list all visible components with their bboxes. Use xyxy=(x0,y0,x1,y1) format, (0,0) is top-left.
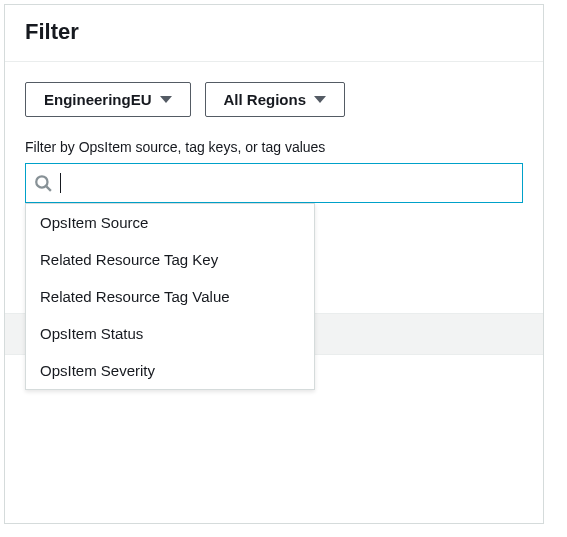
suggestion-item[interactable]: OpsItem Status xyxy=(26,315,314,352)
suggestion-item[interactable]: Related Resource Tag Value xyxy=(26,278,314,315)
filter-input-label: Filter by OpsItem source, tag keys, or t… xyxy=(25,139,523,155)
search-container: OpsItem Source Related Resource Tag Key … xyxy=(25,163,523,203)
caret-down-icon xyxy=(314,96,326,103)
region-dropdown[interactable]: All Regions xyxy=(205,82,346,117)
suggestions-dropdown: OpsItem Source Related Resource Tag Key … xyxy=(25,203,315,390)
filter-panel: Filter EngineeringEU All Regions Filter … xyxy=(4,4,544,524)
suggestion-item[interactable]: Related Resource Tag Key xyxy=(26,241,314,278)
search-icon xyxy=(34,174,52,192)
suggestion-item[interactable]: OpsItem Source xyxy=(26,204,314,241)
suggestion-item[interactable]: OpsItem Severity xyxy=(26,352,314,389)
svg-line-1 xyxy=(46,186,51,191)
account-dropdown-label: EngineeringEU xyxy=(44,91,152,108)
caret-down-icon xyxy=(160,96,172,103)
svg-point-0 xyxy=(36,176,47,187)
search-box[interactable] xyxy=(25,163,523,203)
search-input[interactable] xyxy=(61,164,514,202)
account-dropdown[interactable]: EngineeringEU xyxy=(25,82,191,117)
panel-body: EngineeringEU All Regions Filter by OpsI… xyxy=(5,62,543,203)
dropdown-row: EngineeringEU All Regions xyxy=(25,82,523,117)
region-dropdown-label: All Regions xyxy=(224,91,307,108)
panel-header: Filter xyxy=(5,5,543,62)
panel-title: Filter xyxy=(25,19,523,45)
